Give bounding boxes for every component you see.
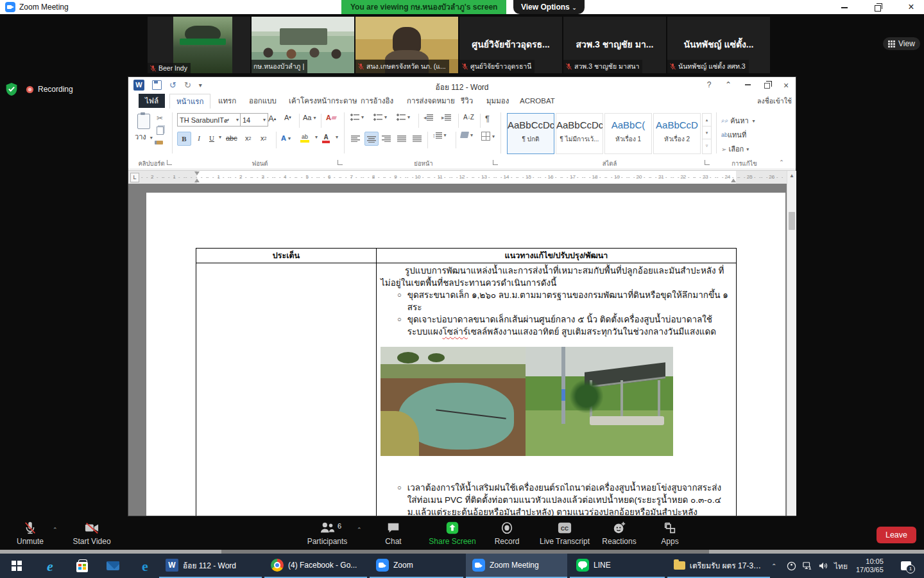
live-transcript-button[interactable]: CC Live Transcript (534, 521, 595, 546)
style-no-spacing[interactable]: AaBbCcDc ¶ ไม่มีการเว้... (556, 113, 603, 154)
font-dialog-launcher-icon[interactable] (338, 160, 343, 165)
taskbar-button-explorer[interactable]: เตรียมรับ ผตร 17-3-65 (667, 554, 770, 578)
scroll-up-icon[interactable]: ▲ (787, 171, 796, 180)
document-canvas[interactable]: ประเด็น แนวทางแก้ไข/ปรับปรุง/พัฒนา รูปแบ… (128, 184, 787, 516)
subscript-icon[interactable]: x2 (245, 132, 251, 144)
restore-button[interactable] (873, 2, 883, 12)
font-color-dropdown-icon[interactable]: ▾ (334, 134, 338, 140)
borders-icon[interactable]: ▾ (481, 132, 495, 141)
audio-options-caret[interactable]: ⌃ (53, 527, 58, 533)
taskbar-button-zoom[interactable]: Zoom (370, 554, 463, 578)
word-restore-button[interactable] (761, 80, 773, 89)
copy-icon[interactable] (157, 127, 164, 135)
chat-button[interactable]: Chat (379, 521, 408, 546)
bold-button[interactable]: B (177, 132, 191, 146)
tab-layout[interactable]: เค้าโครงหน้ากระดาษ (282, 94, 363, 108)
horizontal-ruler[interactable]: 2112345678910111213141516171819202122232… (128, 171, 787, 184)
justify-icon[interactable] (395, 132, 408, 144)
participant-tile[interactable]: ศูนย์วิจัยข้าวอุดรธ... ศูนย์วิจัยข้าวอุด… (459, 17, 562, 73)
find-button[interactable]: ⌕⌕ ค้นหา▾ (721, 115, 755, 127)
participants-options-caret[interactable]: ⌃ (357, 527, 362, 533)
tab-design[interactable]: ออกแบบ (243, 94, 283, 108)
share-screen-button[interactable]: Share Screen (424, 521, 481, 546)
start-button[interactable] (9, 558, 24, 574)
styles-gallery-scroll[interactable]: ▴ ▾ ▿ (702, 113, 712, 154)
participant-tile[interactable]: สวพ.3 ชาญชัย มา... สวพ.3 ชาญชัย มาสนา (563, 17, 666, 73)
leave-button[interactable]: Leave (877, 527, 916, 543)
grow-font-icon[interactable]: A▴ (268, 114, 276, 123)
distributed-icon[interactable] (411, 132, 424, 144)
participant-tile[interactable]: นันทพัชญ์ แซ่ตั้ง... นันทพัชญ์ แซ่ตั้ง ส… (667, 17, 770, 73)
start-video-button[interactable]: Start Video (69, 521, 114, 546)
tab-home[interactable]: หน้าแรก (169, 94, 210, 109)
taskbar-button-line[interactable]: LINE (570, 554, 665, 578)
select-button[interactable]: ➢ เลือก▾ (721, 143, 749, 155)
tab-file[interactable]: ไฟล์ (139, 94, 165, 108)
tab-view[interactable]: มุมมอง (480, 94, 515, 108)
ribbon-display-icon[interactable]: ⌃ (723, 80, 734, 89)
tab-mailings[interactable]: การส่งจดหมาย (400, 94, 461, 108)
mail-icon[interactable] (105, 558, 121, 574)
security-shield-icon[interactable] (5, 82, 18, 96)
reactions-button[interactable]: Reactions (598, 521, 640, 546)
paragraph-dialog-launcher-icon[interactable] (493, 160, 498, 165)
underline-dropdown-icon[interactable]: ▾ (217, 134, 221, 140)
bullets-icon[interactable]: ▾ (350, 114, 364, 121)
apps-button[interactable]: Apps (652, 521, 688, 546)
sign-in-link[interactable]: ลงชื่อเข้าใช้ (757, 96, 792, 107)
sort-icon[interactable]: A↓Z (463, 114, 474, 121)
style-normal[interactable]: AaBbCcDc ¶ ปกติ (507, 113, 554, 154)
tab-acrobat[interactable]: ACROBAT (513, 94, 561, 108)
line-spacing-icon[interactable]: ↕▾ (432, 132, 447, 139)
action-center-button[interactable]: 1 (901, 554, 911, 578)
paste-button[interactable]: วาง ▾ (135, 114, 153, 143)
multilevel-list-icon[interactable]: ▾ (397, 114, 410, 121)
participants-button[interactable]: Participants 6 (302, 521, 353, 546)
tab-insert[interactable]: แทรก (212, 94, 243, 108)
align-center-icon[interactable] (364, 132, 379, 146)
clear-formatting-icon[interactable]: A (326, 114, 336, 121)
tray-volume-icon[interactable] (818, 554, 828, 578)
tray-clock[interactable]: 10:0517/03/65 (856, 554, 884, 578)
underline-button[interactable]: U (207, 132, 217, 144)
highlight-dropdown-icon[interactable]: ▾ (313, 134, 318, 140)
taskbar-button-chrome[interactable]: (4) Facebook - Go... (264, 554, 367, 578)
minimize-button[interactable] (839, 2, 850, 12)
font-size-combo[interactable]: 14▾ (240, 113, 268, 127)
first-line-indent-marker[interactable] (194, 171, 200, 175)
close-button[interactable]: × (906, 2, 916, 12)
participant-tile-active-speaker[interactable]: กษ.หนองบัวลำภู | (252, 17, 354, 73)
scrollbar-thumb[interactable] (789, 212, 795, 230)
view-options-button[interactable]: View Options ⌄ (513, 0, 585, 14)
word-close-button[interactable]: × (780, 80, 792, 91)
help-icon[interactable]: ? (703, 80, 715, 89)
strikethrough-icon[interactable]: abc (226, 132, 237, 144)
italic-button[interactable]: I (194, 132, 204, 144)
edge-icon[interactable]: e (137, 558, 153, 574)
align-right-icon[interactable] (380, 132, 393, 144)
show-paragraph-marks-icon[interactable]: ¶ (485, 114, 490, 123)
tray-show-hidden-icons[interactable]: ⌃ (771, 554, 776, 578)
superscript-icon[interactable]: x2 (261, 132, 266, 144)
tray-obs-icon[interactable] (787, 554, 796, 578)
decrease-indent-icon[interactable]: ◂ (424, 114, 433, 121)
shading-icon[interactable]: ▾ (461, 132, 473, 138)
numbering-icon[interactable]: ▾ (373, 114, 387, 121)
tray-network-icon[interactable] (802, 554, 812, 578)
shrink-font-icon[interactable]: A▾ (284, 114, 291, 121)
font-name-combo[interactable]: TH SarabunIT๙▾ (177, 113, 241, 127)
taskbar-button-word[interactable]: W อ้อย 112 - Word (159, 554, 262, 578)
clipboard-dialog-launcher-icon[interactable] (167, 160, 172, 165)
right-indent-marker[interactable] (731, 179, 736, 182)
microsoft-store-icon[interactable] (74, 558, 90, 574)
style-heading1[interactable]: AaBbC( หัวเรื่อง 1 (604, 113, 652, 154)
replace-button[interactable]: abแทนที่ (721, 129, 746, 141)
taskbar-button-zoom-meeting[interactable]: Zoom Meeting (466, 554, 567, 578)
increase-indent-icon[interactable]: ▸ (441, 114, 451, 121)
tray-language-indicator[interactable]: ไทย (834, 554, 848, 578)
highlight-color-icon[interactable]: ab (300, 132, 309, 144)
gallery-view-button[interactable]: View (883, 37, 920, 50)
change-case-icon[interactable]: Aa▾ (303, 114, 316, 121)
font-color-icon[interactable]: A (322, 132, 330, 144)
unmute-button[interactable]: Unmute (10, 521, 50, 546)
